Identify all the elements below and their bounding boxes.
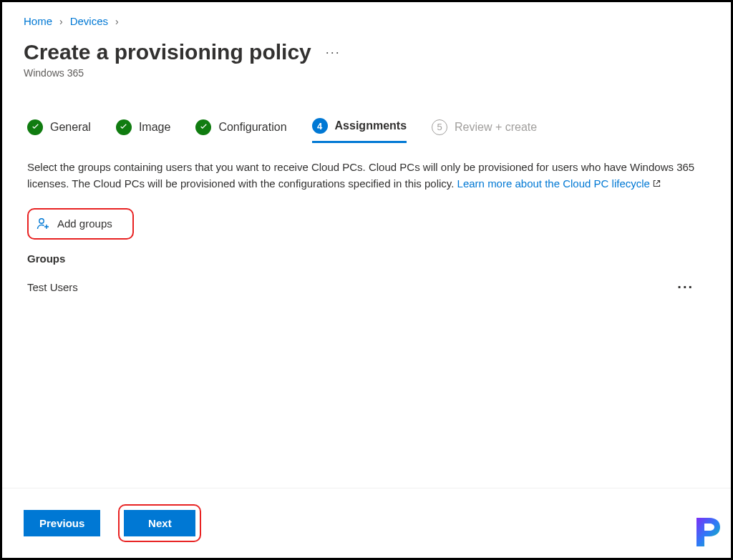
learn-more-link[interactable]: Learn more about the Cloud PC lifecycle xyxy=(457,177,661,190)
chevron-right-icon: › xyxy=(59,16,63,27)
person-add-icon xyxy=(36,217,50,231)
check-icon xyxy=(116,119,132,135)
groups-section-header: Groups xyxy=(27,252,702,265)
wizard-footer: Previous Next xyxy=(2,488,731,558)
breadcrumb-devices[interactable]: Devices xyxy=(70,15,108,27)
group-row-actions-button[interactable]: ··· xyxy=(677,279,694,295)
group-list-item: Test Users ··· xyxy=(27,265,702,295)
tab-image[interactable]: Image xyxy=(116,119,170,142)
external-link-icon xyxy=(652,179,661,188)
group-name: Test Users xyxy=(27,281,78,293)
next-button-highlight: Next xyxy=(118,504,201,542)
page-subtitle: Windows 365 xyxy=(24,67,709,79)
previous-button[interactable]: Previous xyxy=(24,510,100,536)
next-button[interactable]: Next xyxy=(124,510,195,536)
tab-general-label: General xyxy=(50,121,91,134)
check-icon xyxy=(27,119,43,135)
tab-image-label: Image xyxy=(139,121,170,134)
tab-assignments-label: Assignments xyxy=(335,119,407,132)
svg-point-0 xyxy=(39,218,44,222)
add-groups-button[interactable]: Add groups xyxy=(27,208,134,240)
breadcrumb: Home › Devices › xyxy=(24,15,709,27)
tab-review: 5 Review + create xyxy=(432,119,537,142)
tab-general[interactable]: General xyxy=(27,119,91,142)
wizard-tabs: General Image Configuration 4 Assignment… xyxy=(24,118,709,143)
main-content: Select the groups containing users that … xyxy=(24,143,709,295)
check-icon xyxy=(195,119,211,135)
breadcrumb-home[interactable]: Home xyxy=(24,15,52,27)
add-groups-label: Add groups xyxy=(57,217,112,230)
tab-assignments[interactable]: 4 Assignments xyxy=(312,118,407,143)
tab-configuration-label: Configuration xyxy=(218,121,286,134)
step-number-inactive-icon: 5 xyxy=(432,119,447,135)
page-title: Create a provisioning policy xyxy=(24,40,311,64)
step-number-active-icon: 4 xyxy=(312,118,328,134)
brand-logo-icon xyxy=(692,515,722,549)
tab-review-label: Review + create xyxy=(455,121,537,134)
assignments-description: Select the groups containing users that … xyxy=(27,159,702,192)
chevron-right-icon: › xyxy=(115,16,119,27)
title-more-button[interactable]: ··· xyxy=(326,45,341,60)
tab-configuration[interactable]: Configuration xyxy=(195,119,286,142)
